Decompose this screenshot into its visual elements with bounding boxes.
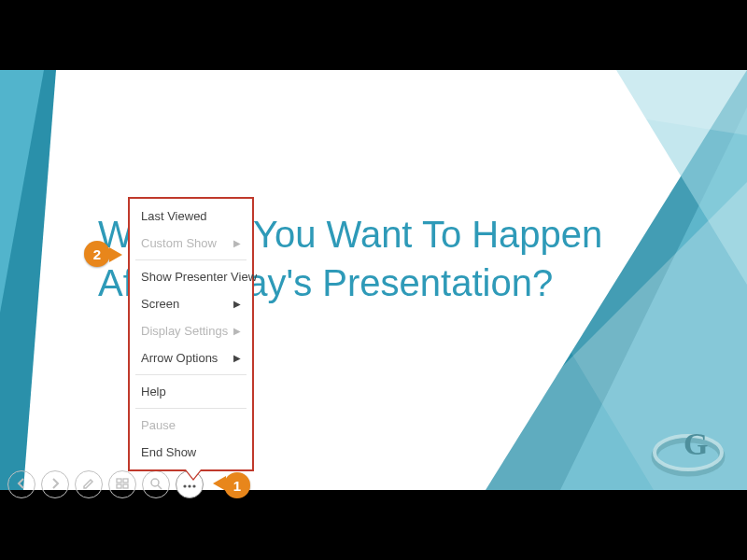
menu-item-label: Screen [141, 297, 179, 311]
slide: What Do You Want To Happen After Today's… [0, 70, 747, 490]
menu-item-label: Pause [141, 418, 176, 432]
menu-item-label: Arrow Options [141, 351, 218, 365]
pen-button[interactable] [75, 470, 103, 498]
slideshow-controls [7, 470, 204, 498]
svg-marker-1 [0, 70, 44, 313]
more-options-menu: Last Viewed Custom Show ▶ Show Presenter… [128, 197, 254, 471]
menu-item-last-viewed[interactable]: Last Viewed [130, 203, 252, 230]
prev-slide-button[interactable] [7, 470, 35, 498]
pen-icon [82, 477, 95, 493]
svg-point-15 [151, 479, 159, 486]
menu-item-end-show[interactable]: End Show [130, 439, 252, 466]
presentation-stage: What Do You Want To Happen After Today's… [0, 0, 747, 560]
svg-marker-0 [0, 70, 56, 490]
callout-badge-2: 2 [84, 241, 110, 267]
callout-number: 1 [233, 478, 241, 494]
menu-item-label: Custom Show [141, 236, 217, 250]
callout-number: 2 [93, 246, 101, 262]
next-slide-button[interactable] [41, 470, 69, 498]
menu-item-screen[interactable]: Screen ▶ [130, 290, 252, 317]
menu-item-custom-show: Custom Show ▶ [130, 230, 252, 257]
see-all-slides-button[interactable] [108, 470, 136, 498]
svg-point-9 [655, 436, 722, 469]
zoom-button[interactable] [142, 470, 170, 498]
ellipsis-icon [182, 477, 197, 492]
menu-separator [135, 374, 247, 375]
svg-point-8 [655, 440, 722, 473]
svg-point-18 [188, 484, 190, 487]
svg-marker-4 [616, 70, 747, 285]
menu-item-label: Display Settings [141, 324, 228, 338]
chevron-right-icon: ▶ [233, 353, 241, 363]
svg-point-19 [192, 484, 195, 487]
grid-icon [116, 477, 129, 493]
company-logo: G [646, 413, 730, 479]
menu-separator [135, 259, 247, 260]
svg-marker-6 [336, 70, 747, 135]
menu-item-label: Last Viewed [141, 209, 207, 223]
svg-rect-11 [117, 479, 121, 483]
callout-pointer-2 [109, 247, 122, 262]
menu-item-show-presenter-view[interactable]: Show Presenter View [130, 263, 252, 290]
chevron-right-icon: ▶ [233, 326, 241, 336]
svg-point-17 [183, 484, 186, 487]
svg-text:G: G [684, 427, 708, 461]
chevron-right-icon [50, 477, 60, 492]
callout-badge-1: 1 [224, 472, 250, 498]
chevron-right-icon: ▶ [233, 238, 241, 248]
menu-item-arrow-options[interactable]: Arrow Options ▶ [130, 344, 252, 371]
menu-item-display-settings: Display Settings ▶ [130, 317, 252, 344]
svg-rect-12 [123, 479, 128, 483]
chevron-right-icon: ▶ [233, 299, 241, 309]
menu-separator [135, 408, 247, 409]
svg-line-16 [158, 485, 162, 489]
menu-item-label: End Show [141, 445, 196, 459]
menu-item-label: Help [141, 385, 166, 399]
svg-rect-14 [123, 484, 128, 488]
menu-item-label: Show Presenter View [141, 270, 257, 284]
menu-item-pause: Pause [130, 412, 252, 439]
menu-item-help[interactable]: Help [130, 378, 252, 405]
callout-pointer-1 [213, 476, 226, 491]
magnifier-icon [149, 477, 162, 493]
chevron-left-icon [17, 477, 26, 492]
svg-rect-13 [117, 484, 121, 488]
